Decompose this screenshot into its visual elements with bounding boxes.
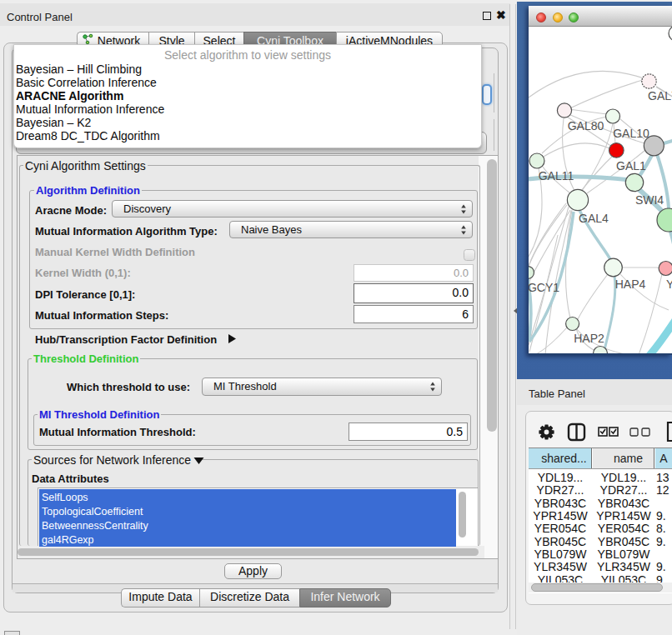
svg-text:HAP2: HAP2: [574, 332, 604, 345]
svg-text:SWI4: SWI4: [635, 193, 664, 207]
svg-text:GAL11: GAL11: [539, 169, 574, 182]
svg-text:GAL4: GAL4: [579, 212, 609, 225]
svg-text:GAL7: GAL7: [648, 89, 672, 102]
svg-text:GAL10: GAL10: [613, 127, 649, 140]
svg-text:HAP4: HAP4: [615, 278, 646, 291]
svg-text:GAL1: GAL1: [616, 159, 646, 172]
svg-text:GCY1: GCY1: [529, 281, 559, 294]
svg-text:GAL80: GAL80: [568, 119, 604, 132]
svg-text:Y: Y: [666, 278, 672, 291]
